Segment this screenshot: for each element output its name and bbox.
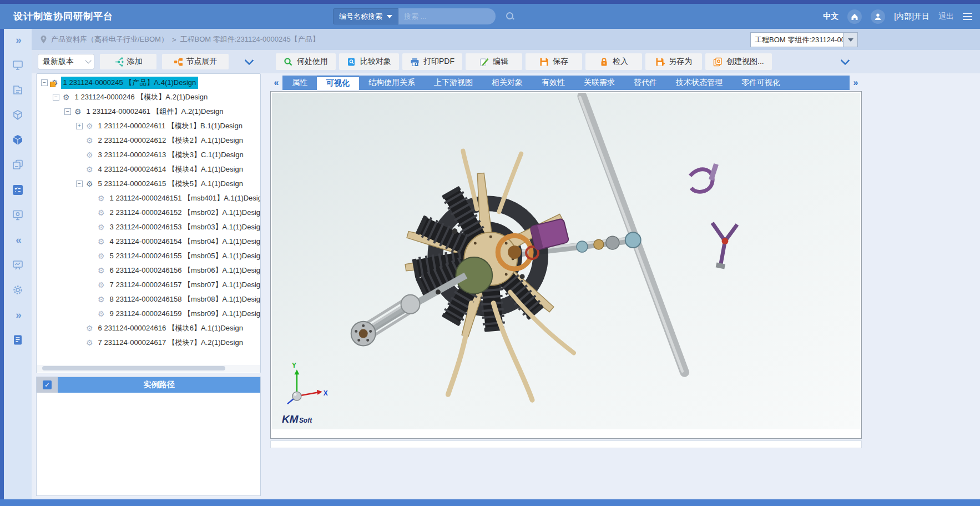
instance-path-checkbox[interactable] bbox=[43, 380, 52, 389]
collapse-expander-icon[interactable] bbox=[76, 181, 83, 187]
where-used-button[interactable]: 何处使用 bbox=[276, 53, 336, 70]
rail-icons: » « » bbox=[4, 33, 32, 347]
tree-node[interactable]: 1 231124-00002461 【组件】A.2(1)Design bbox=[37, 104, 261, 119]
bom-tree-panel: 1 231124-0000245 【产品】A.4(1)Design 1 2311… bbox=[36, 73, 261, 373]
collapse-expander-icon[interactable] bbox=[41, 79, 48, 86]
tree-node[interactable]: 5 231124-000024615 【模块5】A.1(1)Design bbox=[37, 177, 261, 191]
layers-icon[interactable] bbox=[11, 158, 24, 172]
3d-viewport[interactable]: Y X KM Soft bbox=[272, 93, 860, 429]
tree-node[interactable]: 3 231124-000024613 【模块3】C.1(1)Design bbox=[37, 148, 261, 162]
logout-button[interactable]: 退出 bbox=[938, 12, 954, 22]
version-select[interactable]: 最新版本 bbox=[38, 54, 94, 69]
logo-main-text: KM bbox=[282, 413, 299, 425]
tree-node[interactable]: 2 231124-000024612 【模块2】A.1(1)Design bbox=[37, 133, 261, 148]
expand-right-icon[interactable]: » bbox=[11, 308, 24, 322]
where-used-search-icon bbox=[284, 57, 293, 67]
expand-node-button[interactable]: 节点展开 bbox=[162, 54, 229, 69]
compare-objects-button[interactable]: 比较对象 bbox=[339, 53, 399, 70]
tree-horizontal-scrollbar[interactable] bbox=[37, 365, 261, 372]
compare-objects-icon bbox=[347, 57, 356, 67]
chevron-down-icon bbox=[85, 57, 91, 63]
collapse-expander-icon[interactable] bbox=[64, 108, 71, 115]
edit-button[interactable]: 编辑 bbox=[466, 53, 522, 70]
part-icon bbox=[86, 166, 93, 173]
detail-tabs: 属性 可视化 结构使用关系 上下游视图 相关对象 有效性 关联需求 替代件 技术… bbox=[270, 76, 862, 90]
tree-node[interactable]: 6 231124-000024616 【模块6】A.1(1)Design bbox=[37, 321, 261, 335]
print-pdf-icon bbox=[410, 57, 420, 67]
menu-icon[interactable] bbox=[963, 13, 972, 20]
add-button[interactable]: 添加 bbox=[100, 54, 156, 69]
save-disk-icon bbox=[539, 57, 549, 67]
bom-tree: 1 231124-0000245 【产品】A.4(1)Design 1 2311… bbox=[37, 76, 261, 365]
tree-node[interactable]: 2 231124-0000246152 【msbr02】A.1(1)Design bbox=[37, 206, 261, 220]
tab-structure-usage[interactable]: 结构使用关系 bbox=[359, 76, 425, 90]
tree-node[interactable]: 1 231124-0000246 【模块】A.2(1)Design bbox=[37, 90, 261, 104]
save-as-button[interactable]: 另存为 bbox=[645, 53, 702, 70]
cube-outline-icon[interactable] bbox=[11, 108, 24, 122]
window-top-strip bbox=[0, 0, 980, 4]
check-in-button[interactable]: 检入 bbox=[585, 53, 642, 70]
tab-effectivity[interactable]: 有效性 bbox=[532, 76, 574, 90]
search-type-dropdown[interactable]: 编号名称搜索 bbox=[333, 8, 398, 24]
notes-icon[interactable] bbox=[11, 333, 24, 347]
toolbar-more-chevron-icon[interactable] bbox=[841, 57, 849, 64]
collapse-left-icon[interactable]: « bbox=[11, 233, 24, 247]
breadcrumb-section[interactable]: 产品资料库（高科电子行业/EBOM） bbox=[51, 34, 168, 44]
tree-node[interactable]: 1 231124-000024611 【模块1】B.1(1)Design bbox=[37, 119, 261, 133]
part-icon bbox=[86, 122, 93, 130]
tree-node[interactable]: 9 231124-0000246159 【msbr09】A.1(1)Design bbox=[37, 307, 261, 321]
tabs-scroll-left-icon[interactable] bbox=[270, 78, 282, 88]
tree-node[interactable]: 7 231124-000024617 【模块7】A.2(1)Design bbox=[37, 335, 261, 350]
expand-right-icon[interactable]: » bbox=[11, 33, 24, 47]
tabs-scroll-right-icon[interactable] bbox=[850, 78, 862, 88]
scrollbar-thumb[interactable] bbox=[42, 366, 225, 370]
context-object-dropdown[interactable]: 工程BOM 零组件:231124-000... bbox=[750, 32, 858, 47]
tab-upstream-downstream[interactable]: 上下游视图 bbox=[425, 76, 482, 90]
search-input[interactable] bbox=[404, 12, 502, 21]
tree-node[interactable]: 1 231124-0000246151 【msb401】A.1(1)Design bbox=[37, 191, 261, 206]
tab-visualization[interactable]: 可视化 bbox=[317, 76, 359, 90]
tab-substitutes[interactable]: 替代件 bbox=[624, 76, 666, 90]
panel-more-chevron-icon[interactable] bbox=[245, 57, 253, 64]
tab-part-visualization[interactable]: 零件可视化 bbox=[732, 76, 790, 90]
save-button[interactable]: 保存 bbox=[526, 53, 582, 70]
cube-filled-icon[interactable] bbox=[11, 133, 24, 147]
checklist-icon[interactable] bbox=[11, 183, 24, 197]
app-header: 设计制造协同研制平台 编号名称搜索 中文 [内部]开目 退出 bbox=[0, 4, 980, 29]
tree-node[interactable]: 1 231124-0000245 【产品】A.4(1)Design bbox=[37, 76, 261, 90]
breadcrumb-bar: 产品资料库（高科电子行业/EBOM） > 工程BOM 零组件:231124-00… bbox=[0, 29, 980, 50]
tab-config-status[interactable]: 技术状态管理 bbox=[666, 76, 732, 90]
create-view-button[interactable]: 创建视图... bbox=[705, 53, 772, 70]
monitor-settings-icon[interactable] bbox=[11, 208, 24, 222]
settings-gear-icon[interactable] bbox=[11, 283, 24, 297]
current-user[interactable]: [内部]开目 bbox=[894, 12, 930, 22]
document-icon[interactable] bbox=[11, 83, 24, 97]
context-dropdown-button[interactable] bbox=[843, 33, 857, 47]
tree-node[interactable]: 7 231124-0000246157 【msbr07】A.1(1)Design bbox=[37, 278, 261, 292]
home-icon[interactable] bbox=[847, 9, 862, 24]
tree-node[interactable]: 5 231124-0000246155 【msbr05】A.1(1)Design bbox=[37, 249, 261, 263]
tree-node[interactable]: 4 231124-000024614 【模块4】A.1(1)Design bbox=[37, 162, 261, 177]
tree-node[interactable]: 4 231124-0000246154 【msbr04】A.1(1)Design bbox=[37, 234, 261, 249]
search-icon bbox=[506, 12, 514, 21]
part-icon bbox=[98, 295, 105, 303]
language-toggle[interactable]: 中文 bbox=[823, 12, 838, 22]
tab-properties[interactable]: 属性 bbox=[282, 76, 317, 90]
dashboard-icon[interactable] bbox=[11, 258, 24, 272]
tab-related-objects[interactable]: 相关对象 bbox=[482, 76, 532, 90]
part-icon bbox=[98, 223, 105, 231]
expand-expander-icon[interactable] bbox=[76, 123, 83, 129]
tab-related-requirements[interactable]: 关联需求 bbox=[574, 76, 624, 90]
application-window: 设计制造协同研制平台 编号名称搜索 中文 [内部]开目 退出 bbox=[0, 0, 980, 506]
part-icon bbox=[98, 310, 105, 318]
print-pdf-button[interactable]: 打印PDF bbox=[402, 53, 462, 70]
tree-node[interactable]: 3 231124-0000246153 【msbr03】A.1(1)Design bbox=[37, 220, 261, 234]
collapse-expander-icon[interactable] bbox=[53, 94, 59, 101]
viewer-horizontal-scrollbar[interactable] bbox=[270, 440, 862, 448]
save-as-icon bbox=[655, 57, 665, 67]
user-icon[interactable] bbox=[871, 9, 885, 24]
tree-node[interactable]: 8 231124-0000246158 【msbr08】A.1(1)Design bbox=[37, 292, 261, 307]
product-icon bbox=[51, 79, 58, 87]
monitor-icon[interactable] bbox=[11, 58, 24, 72]
tree-node[interactable]: 6 231124-0000246156 【msbr06】A.1(1)Design bbox=[37, 263, 261, 278]
